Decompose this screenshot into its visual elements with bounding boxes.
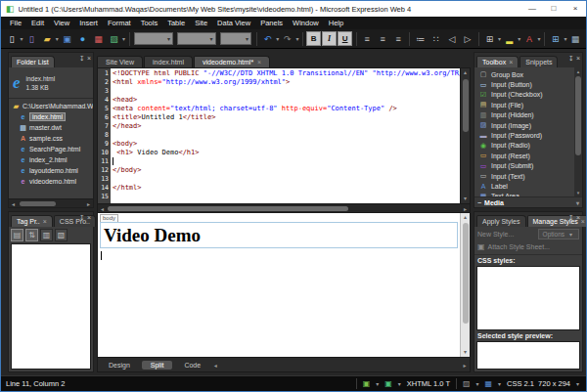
font-color-button[interactable]: A [521,31,536,46]
font-size-combobox[interactable]: ▾ [220,32,251,45]
code-hscrollbar[interactable]: ◂ ▸ [97,204,471,213]
visual-aids-dropdown-icon[interactable]: ▾ [474,380,481,387]
toolbox-item-input-reset-[interactable]: ▭Input (Reset) [478,151,574,160]
toolbox-item-label[interactable]: ALabel [478,181,574,191]
toolbox-section-media[interactable]: − Media ▾ [474,196,582,207]
close-panel-icon[interactable]: × [576,214,580,222]
page-size-indicator[interactable]: 720 x 294 [538,379,570,388]
menu-tools[interactable]: Tools [136,17,163,29]
folder-list-hscrollbar[interactable]: ◂ ▸ [9,198,93,207]
new-page-button[interactable]: ▯ [5,31,20,46]
open-button[interactable]: ▰ [40,31,55,46]
insert-table-button[interactable]: ⊞ [548,31,563,46]
tree-item-sample-css[interactable]: Asample.css [9,133,93,144]
scroll-right-icon[interactable]: ▸ [460,362,470,369]
menu-data-view[interactable]: Data View [212,17,255,29]
menu-window[interactable]: Window [288,17,324,29]
style-combobox[interactable]: ▾ [134,32,173,45]
code-validity-dropdown-icon[interactable]: ▾ [396,380,403,387]
scroll-up-icon[interactable]: ▴ [464,68,467,77]
font-combobox[interactable]: ▾ [177,32,216,45]
css-schema-indicator[interactable]: CSS 2.1 [507,379,534,388]
new-site-button[interactable]: ▯ [24,31,39,46]
design-surface[interactable]: body Video Demo [98,213,460,357]
scroll-down-icon[interactable]: ▾ [577,189,580,196]
undo-dropdown-icon[interactable]: ▾ [276,35,280,42]
align-center-button[interactable]: ≡ [376,31,390,46]
tree-item-SearchPage-html[interactable]: eSearchPage.html [9,144,93,154]
toolbox-item-input-text-[interactable]: ▭Input (Text) [478,171,574,181]
tab-tag-properties[interactable]: Tag Pr..× [11,215,53,227]
maximize-button[interactable]: □ [543,1,564,17]
attach-stylesheet-link[interactable]: Attach Style Sheet... [488,243,550,250]
design-vscrollbar[interactable]: ▴ ▾ [460,213,470,357]
font-color-dropdown-icon[interactable]: ▾ [537,35,541,42]
underline-button[interactable]: U [338,31,352,46]
menu-table[interactable]: Table [162,17,190,29]
show-categorized-button[interactable]: ▤ [11,229,23,241]
scroll-left-icon[interactable]: ◂ [210,362,220,369]
scrollbar-thumb[interactable] [463,223,469,324]
redo-button[interactable]: ↷ [280,31,294,46]
close-tab-icon[interactable]: × [43,218,47,225]
borders-dropdown-icon[interactable]: ▾ [497,35,501,42]
tree-item-index_2-html[interactable]: eindex_2.html [9,154,93,165]
pin-icon[interactable]: ↧ [79,214,85,222]
close-panel-icon[interactable]: × [87,214,91,222]
scroll-left-icon[interactable]: ◂ [9,200,18,207]
undo-button[interactable]: ↶ [260,31,275,46]
scrollbar-thumb[interactable] [20,201,56,206]
redo-dropdown-icon[interactable]: ▾ [295,35,299,42]
align-left-button[interactable]: ≡ [360,31,375,46]
bold-button[interactable]: B [306,31,321,46]
toolbox-item-input-file-[interactable]: ▤Input (File) [478,100,574,109]
new-page-dropdown-icon[interactable]: ▾ [20,35,23,42]
html-compatibility-icon[interactable]: ▣ [363,379,371,388]
html-compat-dropdown-icon[interactable]: ▾ [374,380,381,387]
code-editor[interactable]: <!DOCTYPE html PUBLIC "-//W3C//DTD XHTML… [111,68,460,203]
toolbox-item-group-box[interactable]: ▢Group Box [478,69,574,79]
numbered-list-button[interactable]: ≔ [413,31,428,46]
tab-apply-styles[interactable]: Apply Styles [476,215,526,227]
menu-insert[interactable]: Insert [74,17,103,29]
menu-edit[interactable]: Edit [26,17,49,29]
pin-icon[interactable]: ↧ [568,55,574,63]
scrollbar-thumb[interactable] [108,206,348,211]
decrease-indent-button[interactable]: ◁ [444,31,459,46]
scroll-left-icon[interactable]: ◂ [98,205,107,212]
toolbox-item-input-image-[interactable]: ▨Input (Image) [478,120,574,130]
doctype-indicator[interactable]: XHTML 1.0 T [407,379,450,388]
insert-table-dropdown-icon[interactable]: ▾ [564,35,567,42]
folder-tree-root[interactable]: ▰ C:\Users\Muhammad.Waqas\Do [9,101,93,111]
scroll-up-icon[interactable]: ▴ [464,213,467,222]
toolbox-vscrollbar[interactable]: ▴ ▾ [574,67,582,196]
toolbox-item-input-button-[interactable]: ▭Input (Button) [478,79,574,89]
scroll-down-icon[interactable]: ▾ [464,348,467,357]
insert-picture-button[interactable]: ▨ [107,31,121,46]
scrollbar-thumb[interactable] [575,76,581,155]
menu-view[interactable]: View [49,17,74,29]
scroll-down-icon[interactable]: ▾ [464,195,467,203]
cell-formatting-button[interactable]: ▦ [568,31,583,46]
doc-tab-videodemo-html-[interactable]: videodemo.html*× [194,56,270,67]
menu-site[interactable]: Site [190,17,212,29]
view-tab-design[interactable]: Design [100,361,139,370]
css-styles-list[interactable] [476,266,580,330]
tree-item-layoutdemo-html[interactable]: elayoutdemo.html [9,165,93,176]
scroll-up-icon[interactable]: ▴ [577,67,580,75]
insert-picture-dropdown-icon[interactable]: ▾ [122,35,126,42]
show-set-properties-button[interactable]: ▥ [40,229,53,241]
tree-item-videodemo-html[interactable]: evideodemo.html [9,176,93,187]
toolbox-item-input-hidden-[interactable]: ▥Input (Hidden) [478,110,574,120]
increase-indent-button[interactable]: ▷ [460,31,474,46]
close-panel-icon[interactable]: × [87,55,91,63]
scroll-right-icon[interactable]: ▸ [84,200,93,207]
minimize-button[interactable]: — [521,1,543,17]
pin-icon[interactable]: ↧ [568,214,574,222]
show-attributes-button[interactable]: ▧ [55,229,68,241]
view-tab-code[interactable]: Code [175,361,209,370]
preview-browser-button[interactable]: ● [75,31,90,46]
tab-folder-list[interactable]: Folder List [11,56,55,67]
borders-button[interactable]: ⊞ [482,31,497,46]
close-tab-icon[interactable]: × [581,218,585,225]
